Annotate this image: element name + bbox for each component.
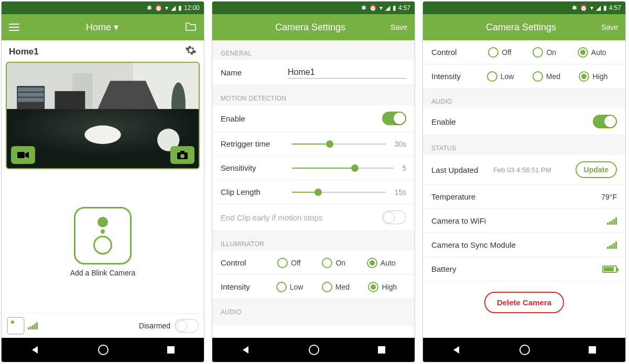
audio-enable-toggle[interactable] xyxy=(593,115,617,128)
enable-label: Enable xyxy=(221,114,284,123)
android-nav-bar xyxy=(423,338,625,362)
section-status: STATUS xyxy=(423,135,625,155)
alarm-icon: ⏰ xyxy=(155,4,162,12)
sync-signal-icon xyxy=(28,322,38,329)
intensity-med[interactable]: Med xyxy=(322,282,350,292)
intensity-low[interactable]: Low xyxy=(276,282,303,292)
screen-home: ✱ ⏰ ▾ ◢ ▮ 12:00 Home ▾ Home1 xyxy=(1,1,204,362)
bluetooth-icon: ✱ xyxy=(572,4,577,12)
svg-point-26 xyxy=(520,345,529,355)
status-icons: ✱ ⏰ ▾ ◢ ▮ xyxy=(147,4,182,12)
control-on[interactable]: On xyxy=(533,47,556,58)
svg-rect-14 xyxy=(17,152,25,158)
svg-rect-8 xyxy=(18,87,44,92)
app-title[interactable]: Home ▾ xyxy=(86,21,118,33)
row-temperature: Temperature 79°F xyxy=(423,185,625,209)
update-button[interactable]: Update xyxy=(576,161,617,178)
alarm-icon: ⏰ xyxy=(369,4,377,12)
svg-point-12 xyxy=(84,126,121,144)
folder-icon[interactable] xyxy=(185,22,197,33)
nav-recent-icon[interactable] xyxy=(377,346,386,354)
name-input[interactable] xyxy=(288,67,406,79)
gear-icon[interactable] xyxy=(185,45,197,59)
intensity-med[interactable]: Med xyxy=(533,71,560,82)
record-video-button[interactable] xyxy=(11,146,35,164)
row-camera-wifi: Camera to WiFi xyxy=(423,209,625,233)
control-auto[interactable]: Auto xyxy=(367,258,396,268)
nav-home-icon[interactable] xyxy=(519,344,530,356)
app-bar: Camera Settings Save xyxy=(212,14,415,40)
nav-recent-icon[interactable] xyxy=(588,346,597,354)
save-button[interactable]: Save xyxy=(391,23,407,31)
intensity-label: Intensity xyxy=(221,282,263,291)
nav-home-icon[interactable] xyxy=(308,344,320,356)
camera-wifi-label: Camera to WiFi xyxy=(431,216,603,225)
nav-back-icon[interactable] xyxy=(30,345,40,355)
wifi-icon: ▾ xyxy=(590,4,593,12)
svg-rect-9 xyxy=(18,93,44,97)
device-name: Home1 xyxy=(9,47,39,57)
screen-settings-1: ✱ ⏰ ▾ ◢ ▮ 4:57 Camera Settings Save GENE… xyxy=(212,1,415,362)
motion-enable-toggle[interactable] xyxy=(382,112,406,125)
intensity-high[interactable]: High xyxy=(368,282,397,292)
row-end-clip: End Clip early if motion stops xyxy=(212,204,415,231)
control-radio-group: Off On Auto xyxy=(267,258,406,268)
page-title: Camera Settings xyxy=(486,22,556,33)
add-camera-label: Add a Blink Camera xyxy=(70,269,136,277)
camera-preview-card[interactable] xyxy=(6,62,200,169)
app-bar: Camera Settings Save xyxy=(423,14,625,40)
wifi-signal-icon xyxy=(607,217,617,225)
control-label: Control xyxy=(431,48,473,57)
android-status-bar: ✱ ⏰ ▾ ◢ ▮ 4:57 xyxy=(423,2,625,14)
status-icons: ✱ ⏰ ▾ ◢ ▮ xyxy=(361,4,396,12)
svg-point-23 xyxy=(309,345,319,355)
add-camera-icon xyxy=(74,207,132,264)
sensitivity-slider[interactable] xyxy=(292,168,394,169)
row-motion-enable: Enable xyxy=(212,105,415,132)
retrigger-value: 30s xyxy=(394,140,406,148)
section-illuminator: ILLUMINATOR xyxy=(212,231,415,251)
app-bar: Home ▾ xyxy=(2,14,204,40)
intensity-radio-group: Low Med High xyxy=(267,282,406,292)
intensity-low[interactable]: Low xyxy=(487,71,514,82)
menu-icon[interactable] xyxy=(9,24,19,31)
section-audio: AUDIO xyxy=(423,89,625,108)
battery-label: Battery xyxy=(431,264,598,273)
status-icons: ✱ ⏰ ▾ ◢ ▮ xyxy=(572,4,607,12)
svg-marker-19 xyxy=(32,346,38,354)
status-time: 4:57 xyxy=(398,4,410,12)
delete-camera-button[interactable]: Delete Camera xyxy=(484,292,564,313)
intensity-label: Intensity xyxy=(431,72,473,81)
sync-module-icon[interactable] xyxy=(7,317,25,335)
control-on[interactable]: On xyxy=(322,258,345,268)
row-name: Name xyxy=(212,60,415,85)
clip-value: 15s xyxy=(394,188,406,196)
add-camera-block[interactable]: Add a Blink Camera xyxy=(2,170,204,313)
retrigger-slider[interactable] xyxy=(292,144,386,145)
control-label: Control xyxy=(221,258,263,267)
control-auto[interactable]: Auto xyxy=(578,47,606,58)
sensitivity-label: Sensitivity xyxy=(221,163,284,172)
svg-rect-21 xyxy=(167,346,175,354)
android-status-bar: ✱ ⏰ ▾ ◢ ▮ 12:00 xyxy=(2,2,204,14)
end-clip-toggle[interactable] xyxy=(382,211,406,224)
end-clip-label: End Clip early if motion stops xyxy=(221,213,378,222)
nav-back-icon[interactable] xyxy=(241,345,251,355)
camera-sync-label: Camera to Sync Module xyxy=(431,240,603,249)
snapshot-button[interactable] xyxy=(170,146,194,164)
clip-length-slider[interactable] xyxy=(292,192,386,193)
nav-home-icon[interactable] xyxy=(97,344,109,356)
temperature-value: 79°F xyxy=(601,193,617,201)
arm-toggle[interactable] xyxy=(175,319,199,333)
control-off[interactable]: Off xyxy=(277,258,300,268)
nav-recent-icon[interactable] xyxy=(167,346,175,354)
control-off[interactable]: Off xyxy=(488,47,511,58)
save-button[interactable]: Save xyxy=(601,23,618,31)
nav-back-icon[interactable] xyxy=(452,345,461,355)
row-intensity: Intensity Low Med High xyxy=(212,275,415,299)
row-retrigger: Retrigger time 30s xyxy=(212,132,415,156)
alarm-icon: ⏰ xyxy=(580,4,588,12)
control-radio-group: Off On Auto xyxy=(478,47,617,58)
row-intensity: Intensity Low Med High xyxy=(423,64,625,89)
intensity-high[interactable]: High xyxy=(579,71,608,82)
